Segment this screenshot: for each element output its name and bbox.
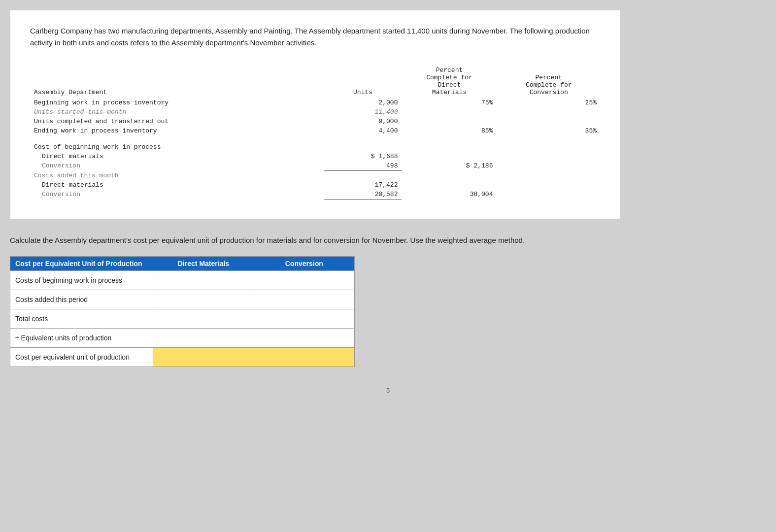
data-table: Assembly Department Units Percent Comple… xyxy=(30,66,601,200)
cost-beg-header-units xyxy=(324,142,402,152)
answer-conv-cpu[interactable] xyxy=(254,347,354,366)
input-dm-total[interactable] xyxy=(158,312,248,325)
cost-beg-conv-units: 498 xyxy=(324,161,402,171)
row-units-completed: 9,000 xyxy=(324,117,402,126)
row-conv-started xyxy=(497,107,601,117)
table-row-cost-added-dm: Direct materials 17,422 xyxy=(30,180,601,190)
answer-label-equiv: ÷ Equivalent units of production xyxy=(10,328,153,347)
cost-added-dm-dm xyxy=(402,180,497,190)
cost-added-header-dm xyxy=(402,171,497,180)
answer-header-col1: Cost per Equivalent Unit of Production xyxy=(10,256,153,270)
answer-conv-beg[interactable] xyxy=(254,270,354,290)
input-conv-cpu[interactable] xyxy=(259,351,349,364)
cost-beg-dm-conv xyxy=(497,152,601,161)
answer-label-beg: Costs of beginning work in process xyxy=(10,270,153,290)
row-units-beginning: 2,000 xyxy=(324,98,402,107)
cost-added-header-conv xyxy=(497,171,601,180)
input-conv-added[interactable] xyxy=(259,293,349,306)
cost-beg-conv-dm: $ 2,186 xyxy=(402,161,497,171)
input-conv-beg[interactable] xyxy=(259,274,349,287)
answer-row-equiv: ÷ Equivalent units of production xyxy=(10,328,355,347)
answer-table-wrapper: Cost per Equivalent Unit of Production D… xyxy=(10,256,355,367)
answer-label-total: Total costs xyxy=(10,309,153,328)
cost-added-conv-units: 20,582 xyxy=(324,190,402,200)
row-dm-ending: 85% xyxy=(402,126,497,135)
input-dm-equiv[interactable] xyxy=(158,332,248,344)
cost-added-dm-label: Direct materials xyxy=(30,180,324,190)
answer-dm-total[interactable] xyxy=(153,309,254,328)
input-dm-beg[interactable] xyxy=(158,274,248,287)
cost-added-header-units xyxy=(324,171,402,180)
intro-paragraph: Carlberg Company has two manufacturing d… xyxy=(30,25,601,49)
header-col3: Percent Complete for Direct Materials xyxy=(402,66,497,98)
answer-dm-added[interactable] xyxy=(153,290,254,309)
cost-beg-header-conv xyxy=(497,142,601,152)
answer-dm-equiv[interactable] xyxy=(153,328,254,347)
row-label-completed: Units completed and transferred out xyxy=(30,117,324,126)
table-row-cost-beg-dm: Direct materials $ 1,688 xyxy=(30,152,601,161)
cost-added-conv-label: Conversion xyxy=(30,190,324,200)
answer-conv-added[interactable] xyxy=(254,290,354,309)
row-dm-started xyxy=(402,107,497,117)
row-units-ending: 4,400 xyxy=(324,126,402,135)
cost-beg-header-dm xyxy=(402,142,497,152)
cost-beg-conv-label: Conversion xyxy=(30,161,324,171)
header-col3-line1: Percent xyxy=(436,66,463,74)
data-table-wrapper: Assembly Department Units Percent Comple… xyxy=(30,61,601,204)
table-row-cost-beg-conv: Conversion 498 $ 2,186 xyxy=(30,161,601,171)
row-conv-beginning: 25% xyxy=(497,98,601,107)
input-dm-cpu[interactable] xyxy=(158,351,248,364)
cost-added-header-label: Costs added this month xyxy=(30,171,324,180)
answer-row-cpu: Cost per equivalent unit of production xyxy=(10,347,355,366)
cost-beg-dm-units: $ 1,688 xyxy=(324,152,402,161)
spacer-row xyxy=(30,135,601,142)
header-col3-line2: Complete for xyxy=(426,74,472,81)
header-col4-line2: Complete for xyxy=(526,81,572,89)
answer-label-added: Costs added this period xyxy=(10,290,153,309)
header-col3-line3: Direct xyxy=(438,81,461,89)
row-units-started: 11,400 xyxy=(324,107,402,117)
table-row: Units started this month 11,400 xyxy=(30,107,601,117)
table-row-cost-added-conv: Conversion 20,582 38,004 xyxy=(30,190,601,200)
row-label-started: Units started this month xyxy=(30,107,324,117)
input-conv-equiv[interactable] xyxy=(259,332,349,344)
table-row: Units completed and transferred out 9,00… xyxy=(30,117,601,126)
input-dm-added[interactable] xyxy=(158,293,248,306)
answer-table: Cost per Equivalent Unit of Production D… xyxy=(10,256,355,367)
row-label-beginning: Beginning work in process inventory xyxy=(30,98,324,107)
table-row-cost-beg-header: Cost of beginning work in process xyxy=(30,142,601,152)
cost-added-dm-units: 17,422 xyxy=(324,180,402,190)
header-col4-line3: Conversion xyxy=(530,89,568,96)
table-row: Beginning work in process inventory 2,00… xyxy=(30,98,601,107)
row-conv-completed xyxy=(497,117,601,126)
answer-conv-total[interactable] xyxy=(254,309,354,328)
answer-header-col3: Conversion xyxy=(254,256,354,270)
row-dm-completed xyxy=(402,117,497,126)
cost-added-conv-dm: 38,004 xyxy=(402,190,497,200)
cost-beg-header-label: Cost of beginning work in process xyxy=(30,142,324,152)
answer-header-col2: Direct Materials xyxy=(153,256,254,270)
answer-table-header-row: Cost per Equivalent Unit of Production D… xyxy=(10,256,355,270)
question-text: Calculate the Assembly department's cost… xyxy=(10,234,621,246)
cost-added-dm-conv xyxy=(497,180,601,190)
row-conv-ending: 35% xyxy=(497,126,601,135)
cost-beg-dm-label: Direct materials xyxy=(30,152,324,161)
table-row-cost-added-header: Costs added this month xyxy=(30,171,601,180)
header-col1: Assembly Department xyxy=(30,66,324,98)
question-section: Calculate the Assembly department's cost… xyxy=(10,234,621,372)
header-col3-line4: Materials xyxy=(432,89,467,96)
header-col4-line1: Percent xyxy=(535,74,562,81)
answer-dm-cpu[interactable] xyxy=(153,347,254,366)
header-col2: Units xyxy=(324,66,402,98)
row-dm-beginning: 75% xyxy=(402,98,497,107)
answer-row-added: Costs added this period xyxy=(10,290,355,309)
page-num-text: 5 xyxy=(386,387,390,394)
table-header-row: Assembly Department Units Percent Comple… xyxy=(30,66,601,98)
input-conv-total[interactable] xyxy=(259,312,349,325)
row-label-ending: Ending work in process inventory xyxy=(30,126,324,135)
answer-row-beg: Costs of beginning work in process xyxy=(10,270,355,290)
main-card: Carlberg Company has two manufacturing d… xyxy=(10,10,621,220)
answer-dm-beg[interactable] xyxy=(153,270,254,290)
cost-added-conv-conv xyxy=(497,190,601,200)
answer-conv-equiv[interactable] xyxy=(254,328,354,347)
